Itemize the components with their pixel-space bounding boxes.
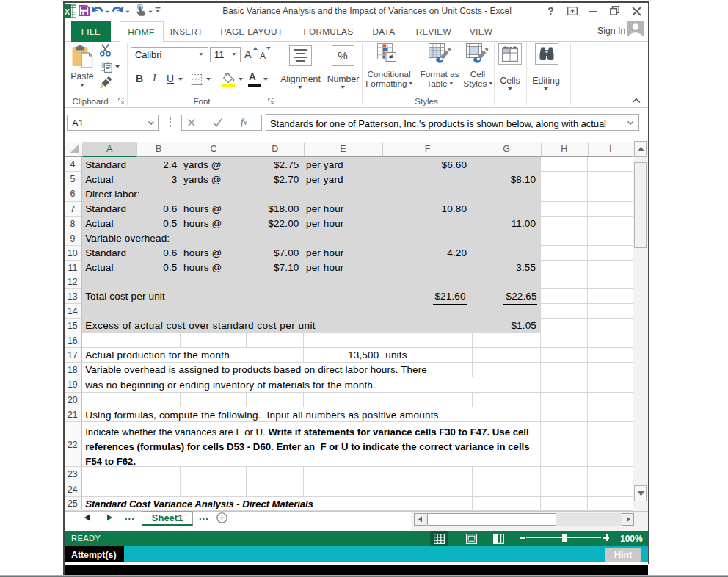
svg-text:≠: ≠: [389, 52, 393, 61]
svg-text:X: X: [65, 7, 70, 16]
